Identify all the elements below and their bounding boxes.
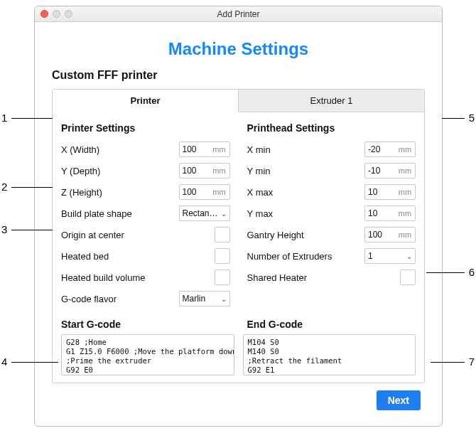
minimize-icon[interactable] xyxy=(53,10,60,18)
y-depth-row: Y (Depth) 100 mm xyxy=(61,161,230,181)
printer-settings-heading: Printer Settings xyxy=(61,122,230,134)
x-max-value: 10 xyxy=(365,187,395,197)
y-min-label: Y min xyxy=(247,166,365,176)
gcode-flavor-select[interactable]: Marlin ⌄ xyxy=(179,291,230,306)
tab-printer[interactable]: Printer xyxy=(53,90,239,112)
x-max-unit: mm xyxy=(395,188,415,196)
gantry-height-unit: mm xyxy=(395,230,415,239)
x-max-input[interactable]: 10 mm xyxy=(364,184,416,200)
y-max-value: 10 xyxy=(365,208,395,218)
gantry-height-row: Gantry Height 100 mm xyxy=(247,225,416,245)
x-max-label: X max xyxy=(247,187,365,198)
x-min-value: -20 xyxy=(365,144,395,154)
x-width-label: X (Width) xyxy=(61,144,179,155)
add-printer-window: Add Printer Machine Settings Custom FFF … xyxy=(34,6,443,427)
gcode-flavor-label: G-code flavor xyxy=(61,294,179,304)
shared-heater-checkbox[interactable] xyxy=(400,270,416,285)
build-plate-shape-label: Build plate shape xyxy=(61,208,179,219)
shared-heater-row: Shared Heater xyxy=(247,267,416,287)
heated-build-volume-label: Heated build volume xyxy=(61,272,215,283)
z-height-input[interactable]: 100 mm xyxy=(179,184,230,200)
gantry-height-label: Gantry Height xyxy=(247,230,365,240)
y-depth-input[interactable]: 100 mm xyxy=(179,163,230,178)
tabs: Printer Extruder 1 xyxy=(53,90,424,112)
build-plate-shape-row: Build plate shape Rectan… ⌄ xyxy=(61,203,230,223)
heated-bed-checkbox[interactable] xyxy=(215,248,230,264)
printer-name-heading: Custom FFF printer xyxy=(52,69,425,82)
printhead-settings-heading: Printhead Settings xyxy=(247,122,416,134)
heated-bed-label: Heated bed xyxy=(61,251,215,262)
titlebar: Add Printer xyxy=(35,6,442,22)
next-button[interactable]: Next xyxy=(377,390,421,410)
gcode-flavor-row: G-code flavor Marlin ⌄ xyxy=(61,289,230,309)
zoom-icon[interactable] xyxy=(65,10,72,18)
z-height-unit: mm xyxy=(210,188,229,196)
build-plate-shape-select[interactable]: Rectan… ⌄ xyxy=(179,206,230,221)
close-icon[interactable] xyxy=(40,10,48,18)
window-title: Add Printer xyxy=(35,9,442,19)
y-max-row: Y max 10 mm xyxy=(247,203,416,223)
end-gcode-textarea[interactable]: M104 S0 M140 S0 ;Retract the filament G9… xyxy=(243,334,416,375)
content: Machine Settings Custom FFF printer Prin… xyxy=(35,22,442,426)
build-plate-shape-value: Rectan… xyxy=(183,208,218,218)
gantry-height-value: 100 xyxy=(365,230,395,240)
z-height-row: Z (Height) 100 mm xyxy=(61,182,230,202)
printhead-settings-col: Printhead Settings X min -20 mm Y min -1… xyxy=(239,112,425,313)
origin-at-center-row: Origin at center xyxy=(61,225,230,245)
x-max-row: X max 10 mm xyxy=(247,182,416,202)
x-min-label: X min xyxy=(247,144,365,155)
chevron-down-icon: ⌄ xyxy=(221,210,227,218)
start-gcode-textarea[interactable]: G28 ;Home G1 Z15.0 F6000 ;Move the platf… xyxy=(61,334,234,375)
tab-extruder-1[interactable]: Extruder 1 xyxy=(239,90,424,112)
page-title: Machine Settings xyxy=(52,39,425,59)
x-min-input[interactable]: -20 mm xyxy=(364,142,416,157)
x-width-unit: mm xyxy=(210,145,229,154)
heated-build-volume-row: Heated build volume xyxy=(61,267,230,287)
y-max-input[interactable]: 10 mm xyxy=(364,206,416,221)
number-of-extruders-value: 1 xyxy=(368,251,373,261)
heated-bed-row: Heated bed xyxy=(61,246,230,266)
y-min-input[interactable]: -10 mm xyxy=(364,163,416,178)
y-min-row: Y min -10 mm xyxy=(247,161,416,181)
gcode-flavor-value: Marlin xyxy=(183,294,206,304)
y-max-label: Y max xyxy=(247,208,365,219)
y-depth-value: 100 xyxy=(180,166,210,176)
printer-settings-col: Printer Settings X (Width) 100 mm Y (Dep… xyxy=(53,112,239,313)
origin-at-center-checkbox[interactable] xyxy=(215,227,230,242)
z-height-value: 100 xyxy=(180,187,210,197)
gantry-height-input[interactable]: 100 mm xyxy=(364,227,416,242)
number-of-extruders-label: Number of Extruders xyxy=(247,251,365,262)
start-gcode-heading: Start G-code xyxy=(61,319,230,330)
y-min-unit: mm xyxy=(395,166,415,175)
origin-at-center-label: Origin at center xyxy=(61,230,215,240)
y-min-value: -10 xyxy=(365,166,395,176)
heated-build-volume-checkbox[interactable] xyxy=(215,270,230,285)
x-width-value: 100 xyxy=(180,144,210,154)
number-of-extruders-select[interactable]: 1 ⌄ xyxy=(364,248,416,264)
number-of-extruders-row: Number of Extruders 1 ⌄ xyxy=(247,246,416,266)
x-width-input[interactable]: 100 mm xyxy=(179,142,230,157)
y-depth-label: Y (Depth) xyxy=(61,166,179,176)
chevron-down-icon: ⌄ xyxy=(406,252,412,260)
chevron-down-icon: ⌄ xyxy=(221,295,227,303)
shared-heater-label: Shared Heater xyxy=(247,272,401,283)
z-height-label: Z (Height) xyxy=(61,187,179,198)
end-gcode-heading: End G-code xyxy=(247,319,416,330)
settings-panel: Printer Extruder 1 Printer Settings X (W… xyxy=(52,89,425,383)
window-controls xyxy=(40,10,72,18)
y-max-unit: mm xyxy=(395,209,415,218)
y-depth-unit: mm xyxy=(210,166,229,175)
x-width-row: X (Width) 100 mm xyxy=(61,139,230,159)
x-min-unit: mm xyxy=(395,145,415,154)
x-min-row: X min -20 mm xyxy=(247,139,416,159)
